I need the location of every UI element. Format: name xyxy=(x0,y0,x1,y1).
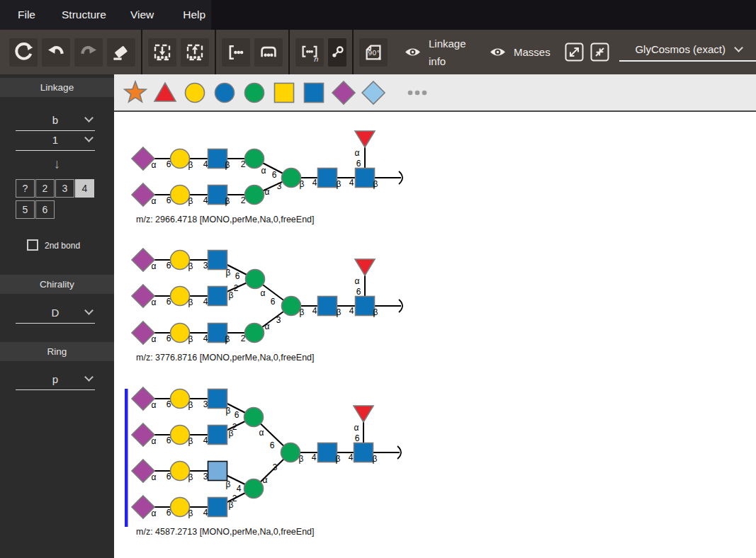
toolbar-separator xyxy=(352,30,354,74)
expand-button[interactable] xyxy=(565,42,584,62)
chirality-select-value: D xyxy=(52,307,60,319)
residue-blue-square[interactable] xyxy=(208,324,227,343)
masses-toggle[interactable]: Masses xyxy=(490,43,551,61)
residue-blue-square[interactable] xyxy=(318,297,337,316)
canvas: α6β4β2α6β4β2α6α3β4β4βα6α6β3β6α6β4β2α6α6β… xyxy=(114,74,756,558)
position-select[interactable]: 1 xyxy=(16,132,95,151)
linkage-info-toggle[interactable]: Linkage info xyxy=(405,35,473,70)
palette-symbol-yellow-square[interactable] xyxy=(275,84,294,103)
palette-symbol-green-circle[interactable] xyxy=(245,84,264,103)
linkage-label: 4 xyxy=(312,178,317,188)
terminal-button[interactable] xyxy=(254,38,283,67)
target-button-6[interactable]: 6 xyxy=(35,200,55,219)
residue-yellow-circle[interactable] xyxy=(171,324,190,343)
residue-green-circle[interactable] xyxy=(246,270,265,289)
redo-icon xyxy=(78,42,99,63)
residue-blue-square[interactable] xyxy=(208,389,227,409)
glycan-structure-1: α6β4β2α6β4β2α6α3β4β4βα6 xyxy=(132,131,402,206)
residue-blue-square[interactable] xyxy=(354,443,373,462)
residue-green-circle[interactable] xyxy=(244,479,264,499)
residue-blue-square[interactable] xyxy=(208,186,227,205)
residue-blue-square[interactable] xyxy=(208,287,227,306)
residue-blue-square[interactable] xyxy=(208,149,227,169)
residue-green-circle[interactable] xyxy=(245,186,264,205)
target-button-5[interactable]: 5 xyxy=(16,200,35,219)
repeat-n-button[interactable]: n xyxy=(295,38,324,67)
residue-yellow-circle[interactable] xyxy=(171,186,190,205)
palette-symbol-star[interactable] xyxy=(125,81,146,102)
palette-symbol-blue-square[interactable] xyxy=(305,84,324,103)
palette-symbol-yellow-circle[interactable] xyxy=(186,84,205,103)
palette-more-button[interactable] xyxy=(408,91,427,96)
menu-view[interactable]: View xyxy=(130,8,154,21)
database-select[interactable]: GlyCosmos (exact) xyxy=(619,43,756,62)
linkage-label: α xyxy=(261,288,266,298)
residue-yellow-circle[interactable] xyxy=(171,426,190,445)
bracket-button[interactable] xyxy=(222,38,250,67)
residue-green-circle[interactable] xyxy=(282,297,301,316)
residue-blue-square[interactable] xyxy=(318,443,337,462)
linkage-label: α xyxy=(152,261,157,271)
residue-green-circle[interactable] xyxy=(244,408,264,427)
anomer-select[interactable]: b xyxy=(16,112,95,131)
residue-blue-square[interactable] xyxy=(318,169,337,188)
reload-button[interactable] xyxy=(9,38,38,67)
chirality-select[interactable]: D xyxy=(16,304,95,324)
residue-green-circle[interactable] xyxy=(281,443,300,462)
residue-yellow-circle[interactable] xyxy=(171,287,190,306)
ring-select[interactable]: p xyxy=(16,371,95,390)
residue-yellow-circle[interactable] xyxy=(171,149,190,169)
linkage-label: α xyxy=(355,276,360,286)
residue-red-tri[interactable] xyxy=(355,131,375,147)
rotate-90-button[interactable]: 90° xyxy=(359,38,388,67)
add-structure-button[interactable] xyxy=(148,38,176,67)
linkage-label: 6 xyxy=(167,472,171,482)
residue-yellow-circle[interactable] xyxy=(171,498,190,517)
residue-yellow-circle[interactable] xyxy=(171,389,190,409)
residue-green-circle[interactable] xyxy=(245,324,264,343)
linkage-label: 3 xyxy=(273,462,278,472)
palette-symbol-triangle[interactable] xyxy=(154,83,176,101)
menu-file[interactable]: File xyxy=(18,8,35,21)
linkage-label: 3 xyxy=(277,181,282,191)
menu-structure[interactable]: Structure xyxy=(62,8,106,21)
linkage-label: 6 xyxy=(355,433,360,443)
palette-symbol-blue-circle[interactable] xyxy=(215,84,235,103)
redo-button[interactable] xyxy=(74,38,103,67)
linkage-label: α xyxy=(152,297,157,307)
residue-red-tri[interactable] xyxy=(354,406,373,422)
linkage-label: β xyxy=(225,160,230,170)
structure-canvas[interactable]: α6β4β2α6β4β2α6α3β4β4βα6α6β3β6α6β4β2α6α6β… xyxy=(114,112,756,558)
residue-blue-square[interactable] xyxy=(208,498,227,517)
residue-blue-square[interactable] xyxy=(208,251,227,270)
residue-blue-square[interactable] xyxy=(356,297,375,316)
residue-yellow-circle[interactable] xyxy=(171,462,190,481)
palette-symbol-lightblue-diamond[interactable] xyxy=(362,81,385,104)
target-button-3[interactable]: 3 xyxy=(55,179,74,198)
linkage-label: 2 xyxy=(241,159,246,169)
second-bond-checkbox[interactable] xyxy=(27,239,38,251)
linkage-label: β xyxy=(337,179,342,189)
residue-blue-square[interactable] xyxy=(356,169,375,188)
export-structure-button[interactable] xyxy=(181,38,209,67)
linkage-label: α xyxy=(152,508,157,518)
linkage-label: β xyxy=(225,196,230,206)
target-button-unknown[interactable]: ? xyxy=(16,179,35,198)
mz-label: m/z: 2966.4718 [MONO,perMe,Na,0,freeEnd] xyxy=(136,215,315,224)
undo-button[interactable] xyxy=(42,38,70,67)
residue-red-tri[interactable] xyxy=(355,259,375,275)
linkage-label: β xyxy=(299,454,304,464)
collapse-button[interactable] xyxy=(590,42,609,62)
residue-yellow-circle[interactable] xyxy=(171,251,190,270)
residue-light_blue-square[interactable] xyxy=(208,462,227,481)
residue-green-circle[interactable] xyxy=(282,169,301,188)
target-button-2[interactable]: 2 xyxy=(35,179,55,198)
bond-button[interactable] xyxy=(328,38,346,67)
target-button-4[interactable]: 4 xyxy=(75,179,94,198)
eraser-button[interactable] xyxy=(107,38,135,67)
palette-symbol-purple-diamond[interactable] xyxy=(332,81,355,104)
insert-structure-icon xyxy=(152,42,173,63)
menu-help[interactable]: Help xyxy=(183,8,205,21)
svg-text:90°: 90° xyxy=(368,49,380,57)
residue-blue-square[interactable] xyxy=(208,426,227,445)
